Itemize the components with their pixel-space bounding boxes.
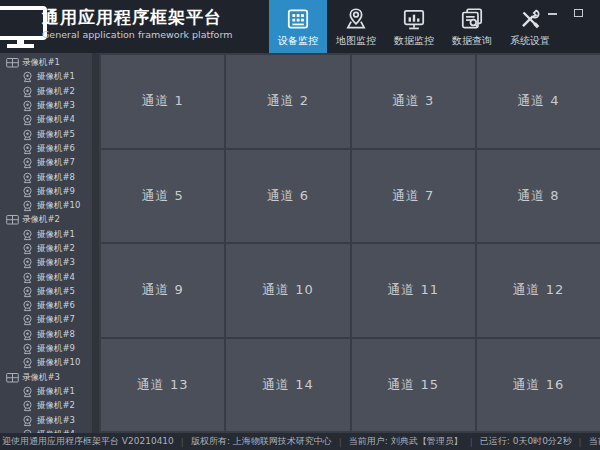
camera-label: 摄像机#7 [37, 314, 75, 326]
nav-data-query[interactable]: 数据查询 [443, 0, 501, 53]
channel-cell[interactable]: 通道 2 [226, 55, 349, 148]
channel-label: 通道 9 [141, 281, 183, 299]
channel-cell[interactable]: 通道 10 [226, 244, 349, 337]
tree-item-camera[interactable]: 摄像机#7 [0, 156, 92, 170]
camera-label: 摄像机#10 [37, 200, 80, 212]
camera-icon [21, 386, 34, 398]
channel-cell[interactable]: 通道 5 [101, 150, 224, 243]
tree-item-camera[interactable]: 摄像机#6 [0, 299, 92, 313]
camera-label: 摄像机#3 [37, 100, 75, 112]
channel-cell[interactable]: 通道 7 [352, 150, 475, 243]
tree-item-recorder[interactable]: 录像机#2 [0, 213, 92, 227]
tree-item-camera[interactable]: 摄像机#6 [0, 142, 92, 156]
camera-icon [21, 71, 34, 83]
tree-item-camera[interactable]: 摄像机#3 [0, 256, 92, 270]
camera-label: 摄像机#9 [37, 186, 75, 198]
camera-icon [21, 400, 34, 412]
camera-icon [21, 286, 34, 298]
camera-label: 摄像机#8 [37, 172, 75, 184]
maximize-icon [574, 9, 583, 17]
channel-label: 通道 14 [262, 376, 314, 394]
channel-label: 通道 10 [262, 281, 314, 299]
nav-label: 数据监控 [394, 34, 434, 48]
nav-label: 系统设置 [510, 34, 550, 48]
camera-label: 摄像机#1 [37, 386, 75, 398]
maximize-button[interactable] [572, 8, 586, 20]
tree-item-camera[interactable]: 摄像机#1 [0, 70, 92, 84]
tree-item-camera[interactable]: 摄像机#4 [0, 270, 92, 284]
channel-cell[interactable]: 通道 16 [477, 339, 600, 432]
tree-item-camera[interactable]: 摄像机#10 [0, 199, 92, 213]
camera-icon [21, 129, 34, 141]
status-segment: 已运行: 0天0时0分2秒 [480, 435, 572, 448]
tree-item-camera[interactable]: 摄像机#2 [0, 242, 92, 256]
recorder-icon [6, 214, 19, 226]
tree-item-camera[interactable]: 摄像机#8 [0, 328, 92, 342]
status-segment: 版权所有: 上海物联网技术研究中心 [191, 435, 332, 448]
channel-cell[interactable]: 通道 8 [477, 150, 600, 243]
app-title: 通用应用程序框架平台 [42, 6, 232, 28]
camera-label: 摄像机#7 [37, 157, 75, 169]
channel-cell[interactable]: 通道 3 [352, 55, 475, 148]
minimize-button[interactable] [546, 8, 560, 20]
channel-cell[interactable]: 通道 15 [352, 339, 475, 432]
channel-cell[interactable]: 通道 11 [352, 244, 475, 337]
tree-item-camera[interactable]: 摄像机#2 [0, 399, 92, 413]
nav-data-monitor[interactable]: 数据监控 [385, 0, 443, 53]
channel-label: 通道 1 [141, 92, 183, 110]
app-window: 通用应用程序框架平台 General application framework… [0, 0, 600, 450]
channel-label: 通道 7 [392, 187, 434, 205]
camera-icon [21, 415, 34, 427]
nav-device-monitor[interactable]: 设备监控 [269, 0, 327, 53]
camera-label: 摄像机#8 [37, 329, 75, 341]
channel-label: 通道 16 [513, 376, 565, 394]
tree-item-camera[interactable]: 摄像机#1 [0, 228, 92, 242]
status-segment: 当前用户: 刘典武【管理员】 [349, 435, 463, 448]
camera-icon [21, 143, 34, 155]
tree-item-camera[interactable]: 摄像机#10 [0, 356, 92, 370]
channel-label: 通道 4 [517, 92, 559, 110]
tree-item-camera[interactable]: 摄像机#1 [0, 385, 92, 399]
tree-item-camera[interactable]: 摄像机#3 [0, 99, 92, 113]
camera-label: 摄像机#6 [37, 143, 75, 155]
channel-cell[interactable]: 通道 12 [477, 244, 600, 337]
channel-cell[interactable]: 通道 4 [477, 55, 600, 148]
tree-item-camera[interactable]: 摄像机#8 [0, 170, 92, 184]
camera-icon [21, 114, 34, 126]
tree-item-camera[interactable]: 摄像机#3 [0, 413, 92, 427]
camera-label: 摄像机#1 [37, 229, 75, 241]
tree-item-recorder[interactable]: 录像机#1 [0, 56, 92, 70]
channel-label: 通道 5 [141, 187, 183, 205]
channel-label: 通道 6 [267, 187, 309, 205]
tree-item-camera[interactable]: 摄像机#9 [0, 342, 92, 356]
channel-cell[interactable]: 通道 1 [101, 55, 224, 148]
tree-item-camera[interactable]: 摄像机#9 [0, 185, 92, 199]
channel-label: 通道 11 [387, 281, 439, 299]
camera-label: 摄像机#5 [37, 286, 75, 298]
tree-item-camera[interactable]: 摄像机#7 [0, 313, 92, 327]
camera-label: 摄像机#2 [37, 243, 75, 255]
tree-item-camera[interactable]: 摄像机#2 [0, 85, 92, 99]
tree-scrollbar[interactable] [92, 53, 99, 433]
camera-label: 摄像机#6 [37, 300, 75, 312]
camera-label: 摄像机#9 [37, 343, 75, 355]
tree-item-camera[interactable]: 摄像机#5 [0, 127, 92, 141]
app-subtitle: General application framework platform [42, 28, 232, 42]
tree-item-recorder[interactable]: 录像机#3 [0, 371, 92, 385]
tree-item-camera[interactable]: 摄像机#5 [0, 285, 92, 299]
channel-cell[interactable]: 通道 9 [101, 244, 224, 337]
camera-icon [21, 200, 34, 212]
camera-icon [21, 186, 34, 198]
tree-item-camera[interactable]: 摄像机#4 [0, 113, 92, 127]
recorder-label: 录像机#3 [22, 372, 60, 384]
channel-label: 通道 15 [387, 376, 439, 394]
channel-cell[interactable]: 通道 14 [226, 339, 349, 432]
nav-map-monitor[interactable]: 地图监控 [327, 0, 385, 53]
channel-cell[interactable]: 通道 13 [101, 339, 224, 432]
camera-icon [21, 343, 34, 355]
camera-icon [21, 272, 34, 284]
channel-label: 通道 8 [517, 187, 559, 205]
status-divider: | [579, 437, 582, 447]
map-pin-icon [343, 6, 369, 32]
channel-cell[interactable]: 通道 6 [226, 150, 349, 243]
